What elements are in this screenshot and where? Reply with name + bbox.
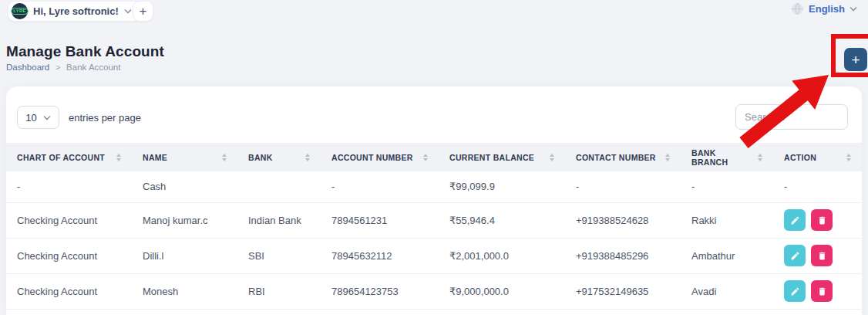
- cell-current-balance: ₹99,099.9: [439, 171, 565, 202]
- trash-icon: [817, 251, 827, 261]
- sort-icon: [846, 154, 851, 161]
- breadcrumb-dashboard[interactable]: Dashboard: [6, 63, 49, 72]
- breadcrumb-current: Bank Account: [66, 63, 120, 72]
- globe-icon: [791, 2, 804, 15]
- col-chart-of-account[interactable]: CHART OF ACCOUNT: [6, 143, 132, 171]
- chevron-down-icon: [43, 115, 51, 120]
- table-row: Checking Account Manoj kumar.c Indian Ba…: [6, 202, 862, 238]
- trash-icon: [817, 215, 827, 225]
- cell-chart-of-account: Checking Account: [6, 238, 132, 273]
- cell-current-balance: ₹55,946.4: [439, 202, 565, 238]
- col-action[interactable]: ACTION: [773, 143, 862, 171]
- user-menu[interactable]: LYRE Hi, Lyre softronic!: [8, 1, 140, 22]
- cell-contact-number: +917532149635: [565, 273, 681, 309]
- breadcrumb-separator: >: [56, 63, 60, 72]
- sort-icon: [423, 154, 428, 161]
- table-header-row: CHART OF ACCOUNT NAME BANK ACCOUNT NUMBE…: [6, 143, 862, 171]
- edit-button[interactable]: [784, 245, 806, 266]
- sort-icon: [665, 154, 670, 161]
- search-input[interactable]: [735, 104, 848, 130]
- cell-bank: RBI: [237, 273, 321, 309]
- cell-bank-branch: Rakki: [681, 202, 773, 238]
- cell-name: Monesh: [132, 273, 237, 309]
- cell-chart-of-account: -: [6, 171, 132, 202]
- language-selector[interactable]: English: [791, 2, 857, 15]
- sort-icon: [550, 154, 554, 161]
- cell-action: [773, 202, 862, 238]
- trash-icon: [817, 286, 827, 296]
- entries-per-page-label: entries per page: [69, 112, 141, 124]
- col-account-number[interactable]: ACCOUNT NUMBER: [321, 143, 439, 171]
- edit-button[interactable]: [784, 280, 806, 302]
- chevron-down-icon: [849, 6, 857, 12]
- cell-chart-of-account: Checking Account: [6, 202, 132, 238]
- cell-bank: Indian Bank: [237, 202, 321, 238]
- table-row: - Cash - ₹99,099.9 - - -: [6, 171, 862, 202]
- cell-action: -: [773, 171, 862, 202]
- cell-contact-number: +919388524628: [565, 202, 681, 238]
- bank-accounts-table: CHART OF ACCOUNT NAME BANK ACCOUNT NUMBE…: [6, 143, 862, 310]
- user-greeting: Hi, Lyre softronic!: [33, 5, 119, 17]
- pencil-icon: [790, 286, 800, 296]
- sort-icon: [116, 154, 121, 161]
- col-current-balance[interactable]: CURRENT BALANCE: [439, 143, 565, 171]
- cell-bank: SBI: [237, 238, 321, 273]
- chevron-down-icon: [124, 8, 132, 14]
- cell-name: Dilli.l: [132, 238, 237, 273]
- delete-button[interactable]: [811, 245, 833, 266]
- company-logo: LYRE: [12, 3, 28, 19]
- sort-icon: [758, 154, 762, 161]
- delete-button[interactable]: [811, 209, 833, 231]
- cell-account-number: 78945632112: [321, 238, 439, 273]
- cell-bank-branch: Ambathur: [681, 238, 773, 273]
- cell-account-number: -: [321, 171, 439, 202]
- sort-icon: [222, 154, 227, 161]
- cell-bank: [237, 171, 321, 202]
- cell-chart-of-account: Checking Account: [6, 273, 132, 309]
- cell-name: Cash: [132, 171, 237, 202]
- cell-current-balance: ₹2,001,000.0: [439, 238, 565, 273]
- add-tab-button[interactable]: +: [133, 1, 153, 22]
- table-row: Checking Account Monesh RBI 789654123753…: [6, 273, 862, 309]
- cell-current-balance: ₹9,000,000.0: [439, 273, 565, 309]
- breadcrumb: Dashboard > Bank Account: [6, 63, 120, 72]
- col-bank-branch[interactable]: BANK BRANCH: [681, 143, 773, 171]
- page-size-select[interactable]: 10: [17, 106, 59, 129]
- page-title: Manage Bank Account: [6, 43, 164, 60]
- col-contact-number[interactable]: CONTACT NUMBER: [565, 143, 681, 171]
- bank-account-card: 10 entries per page CHART OF ACCOUNT NAM…: [6, 86, 862, 315]
- cell-contact-number: -: [565, 171, 681, 202]
- language-label: English: [809, 3, 845, 15]
- cell-name: Manoj kumar.c: [132, 202, 237, 238]
- table-row: Checking Account Dilli.l SBI 78945632112…: [6, 238, 862, 273]
- edit-button[interactable]: [784, 209, 806, 231]
- col-name[interactable]: NAME: [132, 143, 237, 171]
- page-size-value: 10: [25, 112, 36, 124]
- sort-icon: [305, 154, 310, 161]
- col-bank[interactable]: BANK: [237, 143, 321, 171]
- add-bank-account-button[interactable]: +: [844, 48, 867, 71]
- pencil-icon: [790, 251, 800, 261]
- cell-action: [773, 238, 862, 273]
- pencil-icon: [790, 215, 800, 225]
- delete-button[interactable]: [811, 280, 833, 302]
- cell-contact-number: +919388485296: [565, 238, 681, 273]
- cell-account-number: 789654123753: [321, 273, 439, 309]
- cell-action: [773, 273, 862, 309]
- cell-bank-branch: -: [681, 171, 773, 202]
- cell-bank-branch: Avadi: [681, 273, 773, 309]
- cell-account-number: 7894561231: [321, 202, 439, 238]
